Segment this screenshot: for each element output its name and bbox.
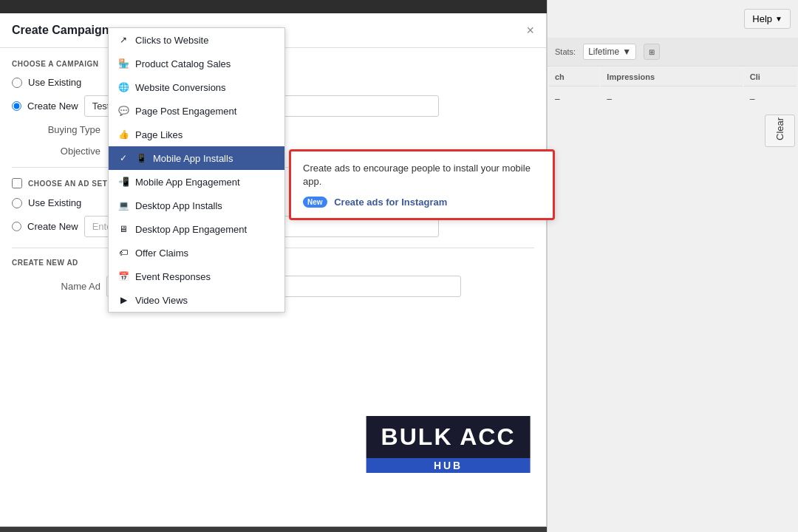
dropdown-item-label: Video Views — [135, 295, 188, 306]
cell-impressions: – — [601, 88, 742, 111]
create-new-label-1[interactable]: Create New — [27, 100, 78, 112]
ad-set-checkbox[interactable] — [12, 178, 22, 188]
like-icon: 👍 — [117, 129, 129, 140]
clear-button[interactable]: Clear — [765, 115, 795, 147]
dropdown-item-label: Website Conversions — [135, 82, 226, 93]
dropdown-item-page-post[interactable]: 💬 Page Post Engagement — [109, 99, 284, 123]
use-existing-label-1[interactable]: Use Existing — [28, 77, 81, 88]
stats-label: Stats: — [555, 47, 576, 56]
watermark-inner: BULK ACC — [366, 416, 531, 458]
performance-table: ch Impressions Cli – – – — [548, 66, 798, 112]
table-stats-row: Stats: Lifetime ▼ ⊞ — [548, 38, 798, 66]
offer-icon: 🏷 — [117, 247, 129, 259]
video-icon: ▶ — [117, 294, 129, 306]
col-impressions: Impressions — [601, 68, 742, 86]
dropdown-item-desktop-app-engagement[interactable]: 🖥 Desktop App Engagement — [109, 217, 284, 241]
checkmark-icon: ✓ — [117, 152, 129, 164]
dropdown-item-desktop-app-installs[interactable]: 💻 Desktop App Installs — [109, 194, 284, 217]
modal-body: CHOOSE A CAMPAIGN Use Existing Create Ne… — [0, 48, 546, 319]
new-badge: New — [303, 197, 327, 208]
dropdown-item-label: Event Responses — [135, 271, 211, 282]
create-new-radio-1[interactable] — [12, 101, 21, 111]
dropdown-item-label: Mobile App Engagement — [135, 177, 240, 188]
dropdown-item-label: Desktop App Engagement — [135, 224, 247, 235]
tooltip-description: Create ads to encourage people to instal… — [303, 162, 541, 188]
choose-ad-set-label: CHOOSE AN AD SET — [28, 180, 107, 188]
dropdown-item-clicks-to-website[interactable]: ↗ Clicks to Website — [109, 28, 284, 52]
close-button[interactable]: × — [526, 24, 534, 37]
dropdown-item-label: Offer Claims — [135, 248, 188, 259]
watermark: BULK ACC HUB — [366, 416, 531, 473]
columns-icon[interactable]: ⊞ — [644, 44, 660, 60]
objective-row: Objective ↗ Clicks to Website 🏪 Product … — [12, 146, 534, 157]
cell-reach: – — [549, 88, 599, 111]
dropdown-item-label: Page Post Engagement — [135, 106, 236, 117]
buying-type-label: Buying Type — [12, 124, 100, 135]
dropdown-item-label: Mobile App Installs — [153, 153, 233, 164]
dropdown-item-label: Desktop App Installs — [135, 200, 222, 211]
instagram-link[interactable]: Create ads for Instagram — [334, 197, 447, 208]
mobile-icon: 📱 — [135, 152, 147, 164]
watermark-hub: HUB — [366, 458, 531, 473]
dropdown-item-label: Page Likes — [135, 129, 183, 140]
use-existing-label-2[interactable]: Use Existing — [28, 197, 81, 208]
stats-value: Lifetime — [588, 47, 619, 57]
desktop-engage-icon: 🖥 — [117, 223, 129, 235]
name-ad-label: Name Ad — [12, 281, 100, 292]
right-panel-header: Help ▼ — [548, 0, 798, 38]
use-existing-radio-2[interactable] — [12, 198, 22, 208]
col-clicks: Cli — [744, 68, 797, 86]
desktop-icon: 💻 — [117, 200, 129, 211]
create-new-radio-2[interactable] — [12, 222, 21, 231]
dropdown-item-video-views[interactable]: ▶ Video Views — [109, 288, 284, 312]
tooltip-instagram-row: New Create ads for Instagram — [303, 196, 541, 208]
watermark-bulk-text: BULK ACC — [381, 423, 516, 450]
dropdown-item-mobile-app-installs[interactable]: ✓ 📱 Mobile App Installs — [109, 146, 284, 170]
dropdown-item-label: Clicks to Website — [135, 35, 208, 46]
col-reach: ch — [549, 68, 599, 86]
right-panel: Help ▼ Stats: Lifetime ▼ ⊞ ch Impression… — [547, 0, 798, 532]
help-label: Help — [752, 13, 772, 24]
cell-clicks: – — [744, 88, 797, 111]
table-row: – – – — [549, 88, 797, 111]
objective-dropdown[interactable]: ↗ Clicks to Website 🏪 Product Catalog Sa… — [108, 27, 285, 313]
stats-chevron-icon: ▼ — [622, 47, 631, 57]
objective-label: Objective — [12, 146, 100, 157]
globe-icon: 🌐 — [117, 81, 129, 93]
create-new-label-2[interactable]: Create New — [27, 221, 78, 232]
dropdown-item-label: Product Catalog Sales — [135, 58, 231, 69]
dropdown-item-page-likes[interactable]: 👍 Page Likes — [109, 123, 284, 146]
post-icon: 💬 — [117, 105, 129, 117]
modal-title: Create Campaign — [12, 24, 109, 37]
dropdown-item-mobile-app-engagement[interactable]: 📲 Mobile App Engagement — [109, 170, 284, 194]
dropdown-item-offer-claims[interactable]: 🏷 Offer Claims — [109, 241, 284, 265]
chevron-down-icon: ▼ — [775, 15, 782, 23]
help-button[interactable]: Help ▼ — [744, 9, 791, 29]
event-icon: 📅 — [117, 270, 129, 282]
dropdown-item-product-catalog[interactable]: 🏪 Product Catalog Sales — [109, 52, 284, 75]
watermark-hub-text: HUB — [434, 460, 463, 471]
dropdown-item-event-responses[interactable]: 📅 Event Responses — [109, 265, 284, 288]
catalog-icon: 🏪 — [117, 58, 129, 69]
stats-select[interactable]: Lifetime ▼ — [583, 44, 636, 60]
use-existing-radio-1[interactable] — [12, 78, 22, 88]
mobile-engage-icon: 📲 — [117, 176, 129, 188]
mobile-app-installs-tooltip: Create ads to encourage people to instal… — [289, 149, 555, 220]
cursor-icon: ↗ — [117, 34, 129, 46]
dropdown-item-website-conversions[interactable]: 🌐 Website Conversions — [109, 75, 284, 99]
